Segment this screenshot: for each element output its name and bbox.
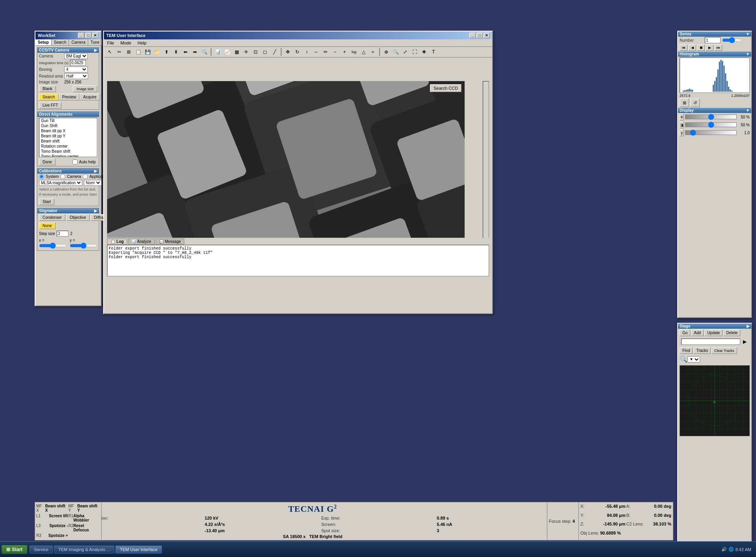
toolbar-right-btn[interactable]: ➡ [191, 48, 199, 56]
toolbar-new-btn[interactable]: ⊕ [382, 48, 391, 56]
toolbar-save-btn[interactable]: 💾 [143, 48, 152, 56]
image-size-button[interactable]: Image size [73, 85, 97, 92]
tem-maximize-button[interactable]: □ [476, 33, 483, 38]
radio-applications[interactable] [83, 174, 88, 179]
toolbar-down-btn[interactable]: ⬇ [172, 48, 180, 56]
start-button[interactable]: Start [39, 198, 54, 205]
toolbar-rect-btn[interactable]: ◻ [261, 48, 269, 56]
toolbar-cursor-btn[interactable]: ✛ [242, 48, 250, 56]
taskbar-item-service[interactable]: Service [30, 546, 53, 553]
find-button[interactable]: Find [680, 347, 693, 354]
histogram-expand-btn[interactable]: ▼ [746, 52, 750, 56]
play-last-btn[interactable]: ⏭ [714, 44, 722, 51]
brightness-slider[interactable] [685, 115, 737, 119]
tab-setup[interactable]: Setup [35, 39, 52, 45]
toolbar-move-btn[interactable]: ✥ [284, 48, 292, 56]
play-stop-btn[interactable]: ⏹ [697, 44, 705, 51]
play-first-btn[interactable]: ⏮ [680, 44, 687, 51]
menu-mode[interactable]: Mode [119, 40, 133, 46]
display-contrast-icon[interactable]: ◑ [680, 121, 684, 128]
alignment-beam-tilt-x[interactable]: Beam tilt pp X [39, 128, 97, 133]
binning-select[interactable]: 4 [64, 67, 88, 72]
live-fft-button[interactable]: Live FFT [39, 102, 61, 109]
acquire-button[interactable]: Acquire [80, 94, 100, 100]
vertical-scrollbar[interactable] [483, 81, 489, 263]
preview-button[interactable]: Preview [59, 94, 80, 100]
alignment-beam-tilt-y[interactable]: Beam tilt pp Y [39, 133, 97, 139]
alignment-rotation-center[interactable]: Rotation center [39, 144, 97, 149]
play-next-btn[interactable]: ▶ [706, 44, 713, 51]
taskbar-item-imaging[interactable]: TEM Imaging & Analysis ... [54, 546, 114, 553]
console-tab-log[interactable]: 📋 Log [107, 239, 127, 244]
integration-input[interactable] [70, 60, 86, 66]
alignment-beam-shift[interactable]: Beam shift [39, 139, 97, 144]
x-slider[interactable] [39, 242, 67, 249]
done-button[interactable]: Done [39, 159, 56, 165]
tab-camera[interactable]: Camera [69, 39, 88, 45]
none-button[interactable]: None [39, 222, 56, 229]
display-expand-btn[interactable]: ▼ [746, 108, 750, 113]
stage-coordinates-input[interactable] [681, 339, 740, 345]
toolbar-trig-btn[interactable]: △ [359, 48, 368, 56]
toolbar-minus-btn[interactable]: − [331, 48, 339, 56]
stage-map[interactable]: + [680, 365, 750, 436]
search-ccd-button[interactable]: Search CCD [430, 84, 461, 92]
toolbar-left-btn[interactable]: ⬅ [181, 48, 190, 56]
stepsize-input[interactable] [57, 231, 69, 237]
toolbar-zoom-btn[interactable]: 🔍 [200, 48, 209, 56]
toolbar-zoom2-btn[interactable]: 🔍 [391, 48, 400, 56]
display-brightness-icon[interactable]: ☀ [680, 113, 684, 120]
tem-image-area[interactable]: 100 nm [107, 81, 465, 255]
toolbar-wave-btn[interactable]: ≈ [369, 48, 377, 56]
toolbar-open-btn[interactable]: 📁 [153, 48, 161, 56]
console-tab-message[interactable]: 💬 Message [156, 239, 184, 244]
play-prev-btn[interactable]: ◀ [688, 44, 696, 51]
zoom-in-icon[interactable]: 🔍 [680, 355, 687, 363]
histogram-auto-btn[interactable]: ⊞ [680, 98, 689, 107]
auto-help-checkbox[interactable] [72, 159, 78, 165]
tab-search[interactable]: Search [52, 39, 69, 45]
toolbar-log-btn[interactable]: log [350, 48, 358, 56]
calibrations-expand-btn[interactable]: ▶ [94, 169, 97, 173]
workset-titlebar[interactable]: WorkSet _ □ ✕ [35, 31, 101, 39]
condenser-button[interactable]: Condenser [39, 214, 65, 221]
delete-button[interactable]: Delete [723, 329, 740, 336]
menu-help[interactable]: Help [136, 40, 148, 46]
update-button[interactable]: Update [704, 329, 723, 336]
alignment-tomo-rotation[interactable]: Tomo Rotation center [39, 154, 97, 157]
tab-tune[interactable]: Tune [88, 39, 102, 45]
console-tab-analyze[interactable]: 📊 Analyze [128, 239, 155, 244]
toolbar-chart-btn[interactable]: 📈 [223, 48, 232, 56]
series-expand-btn[interactable]: ▼ [746, 32, 750, 36]
radio-system[interactable] [39, 174, 44, 179]
radio-camera[interactable] [60, 174, 65, 179]
toolbar-select-btn[interactable]: ⊡ [251, 48, 260, 56]
clear-tracks-button[interactable]: Clear Tracks [712, 347, 737, 354]
gamma-slider[interactable] [685, 130, 737, 135]
toolbar-cross-btn[interactable]: ✚ [420, 48, 428, 56]
ccd-expand-btn[interactable]: ▶ [94, 48, 97, 52]
add-button[interactable]: Add [691, 329, 704, 336]
toolbar-copy-btn[interactable]: ⊞ [124, 48, 133, 56]
toolbar-arrow-btn[interactable]: ↖ [106, 48, 114, 56]
toolbar-bar-btn[interactable]: ▦ [232, 48, 241, 56]
toolbar-text-btn[interactable]: T [429, 48, 438, 56]
toolbar-cut-btn[interactable]: ✂ [115, 48, 124, 56]
tem-titlebar[interactable]: TEM User Interface _ □ ✕ [104, 31, 492, 39]
display-gamma-icon[interactable]: γ [680, 129, 684, 136]
toolbar-fit-btn[interactable]: ⤢ [401, 48, 410, 56]
y-slider[interactable] [70, 242, 97, 249]
maximize-button[interactable]: □ [85, 33, 91, 38]
stage-view-select[interactable]: ▼ [687, 356, 700, 363]
cal-type-select[interactable]: MLSA magnifications [39, 180, 82, 186]
camera-select[interactable]: BM Eagle [64, 53, 88, 59]
alignment-gun-shift[interactable]: Gun Shift [39, 123, 97, 128]
toolbar-rotate-btn[interactable]: ↻ [293, 48, 302, 56]
toolbar-mirror-btn[interactable]: ↔ [312, 48, 321, 56]
contrast-slider[interactable] [685, 122, 737, 127]
taskbar-item-tem[interactable]: TEM User Interface [115, 546, 161, 553]
toolbar-fullscreen-btn[interactable]: ⛶ [410, 48, 419, 56]
stigmator-expand-btn[interactable]: ▶ [94, 209, 97, 213]
number-input[interactable] [705, 37, 721, 43]
go-button[interactable]: Go [680, 329, 690, 336]
